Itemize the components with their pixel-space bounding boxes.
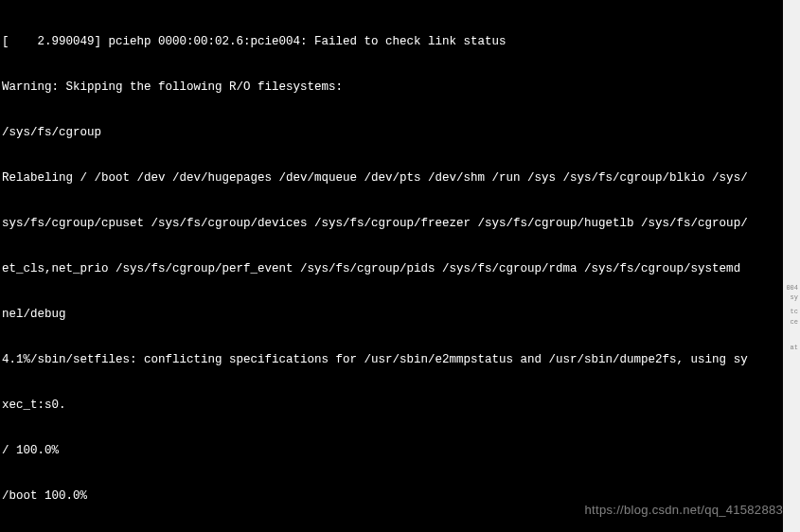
log-line: sys/fs/cgroup/cpuset /sys/fs/cgroup/devi… bbox=[2, 216, 781, 231]
side-text-fragment: at bbox=[791, 344, 798, 352]
log-line: 4.1%/sbin/setfiles: conflicting specific… bbox=[2, 352, 781, 367]
log-line: [ 2.990049] pciehp 0000:00:02.6:pcie004:… bbox=[2, 34, 781, 49]
terminal-output: [ 2.990049] pciehp 0000:00:02.6:pcie004:… bbox=[0, 0, 783, 532]
log-line: xec_t:s0. bbox=[2, 398, 781, 413]
side-panel-cropped: 004 sy tc ce at bbox=[783, 0, 800, 532]
log-line: /boot 100.0% bbox=[2, 488, 781, 504]
log-line: Relabeling / /boot /dev /dev/hugepages /… bbox=[2, 170, 781, 186]
side-text-fragment: 004 bbox=[786, 284, 798, 293]
log-line: nel/debug bbox=[2, 307, 781, 322]
side-text-fragment: tc bbox=[791, 308, 798, 316]
log-line: / 100.0% bbox=[2, 443, 781, 458]
side-text-fragment: ce bbox=[791, 318, 798, 327]
side-text-fragment: sy bbox=[791, 293, 798, 302]
log-line: /sys/fs/cgroup bbox=[2, 125, 781, 140]
log-line: et_cls,net_prio /sys/fs/cgroup/perf_even… bbox=[2, 261, 781, 276]
watermark-text: https://blog.csdn.net/qq_41582883 bbox=[585, 503, 783, 518]
log-line: Warning: Skipping the following R/O file… bbox=[2, 80, 781, 95]
